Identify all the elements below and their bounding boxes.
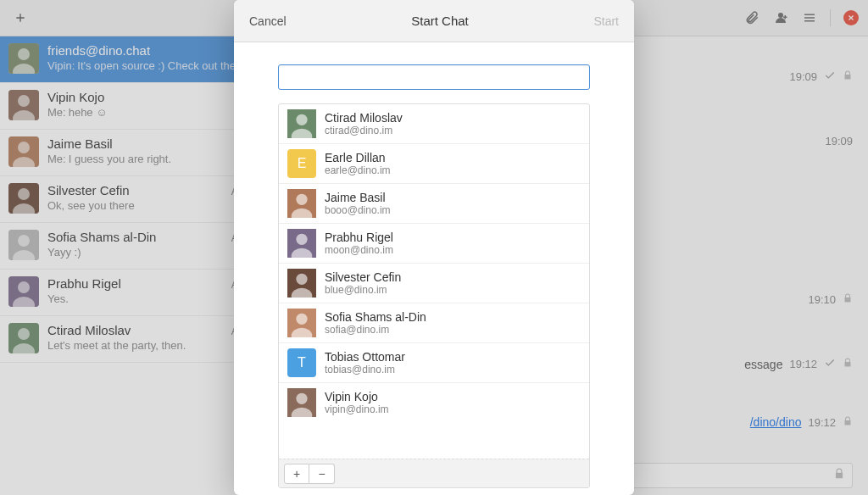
contact-item[interactable]: EEarle Dillanearle@dino.im — [279, 144, 589, 184]
contact-item[interactable]: Prabhu Rigelmoon@dino.im — [279, 224, 589, 264]
contact-address: vipin@dino.im — [325, 403, 389, 415]
start-button[interactable]: Start — [593, 14, 619, 28]
contact-name: Vipin Kojo — [325, 390, 389, 403]
contact-name: Earle Dillan — [325, 151, 391, 164]
avatar-letter: T — [298, 355, 306, 370]
avatar: E — [287, 149, 316, 178]
dialog-header: Cancel Start Chat Start — [234, 0, 634, 42]
avatar — [287, 309, 316, 337]
svg-point-34 — [296, 314, 307, 325]
cancel-button[interactable]: Cancel — [249, 14, 287, 28]
contact-address: blue@dino.im — [325, 284, 401, 296]
contact-name: Jaime Basil — [325, 191, 391, 204]
contact-address: tobias@dino.im — [325, 364, 405, 375]
svg-point-25 — [296, 194, 307, 205]
contact-address: moon@dino.im — [325, 244, 393, 256]
add-contact-button[interactable]: + — [284, 464, 309, 484]
contact-address: sofia@dino.im — [325, 324, 426, 336]
start-chat-dialog: Cancel Start Chat Start Ctirad Miloslavc… — [234, 0, 634, 495]
contact-item[interactable]: Sofia Shams al-Dinsofia@dino.im — [279, 303, 589, 343]
contact-name: Sofia Shams al-Din — [325, 310, 426, 324]
contact-list-footer: + − — [279, 459, 589, 487]
avatar — [287, 269, 316, 298]
avatar — [287, 388, 316, 417]
avatar — [287, 189, 316, 218]
contact-address: ctirad@dino.im — [325, 125, 403, 136]
svg-point-31 — [296, 274, 307, 285]
remove-contact-button[interactable]: − — [309, 464, 335, 484]
contact-item[interactable]: TTobias Ottomartobias@dino.im — [279, 343, 589, 383]
svg-point-37 — [296, 393, 307, 404]
contact-address: earle@dino.im — [325, 164, 391, 176]
contact-item[interactable]: Vipin Kojovipin@dino.im — [279, 383, 589, 422]
avatar-letter: E — [298, 156, 307, 171]
contact-item[interactable]: Jaime Basilbooo@dino.im — [279, 184, 589, 224]
svg-point-22 — [296, 114, 307, 125]
dialog-body: Ctirad Miloslavctirad@dino.imEEarle Dill… — [234, 42, 634, 495]
avatar — [287, 109, 316, 138]
contact-list: Ctirad Miloslavctirad@dino.imEEarle Dill… — [279, 104, 589, 459]
contact-name: Silvester Cefin — [325, 270, 401, 284]
svg-point-28 — [296, 234, 307, 245]
contact-item[interactable]: Silvester Cefinblue@dino.im — [279, 264, 589, 303]
avatar: T — [287, 348, 316, 377]
contact-address: booo@dino.im — [325, 204, 391, 216]
contact-name: Tobias Ottomar — [325, 350, 405, 364]
contact-name: Ctirad Miloslav — [325, 111, 403, 125]
contact-name: Prabhu Rigel — [325, 231, 393, 244]
contact-item[interactable]: Ctirad Miloslavctirad@dino.im — [279, 104, 589, 144]
avatar — [287, 229, 316, 258]
dialog-title: Start Chat — [411, 14, 469, 28]
contact-list-wrap: Ctirad Miloslavctirad@dino.imEEarle Dill… — [278, 103, 590, 488]
contact-search-input[interactable] — [278, 64, 590, 90]
